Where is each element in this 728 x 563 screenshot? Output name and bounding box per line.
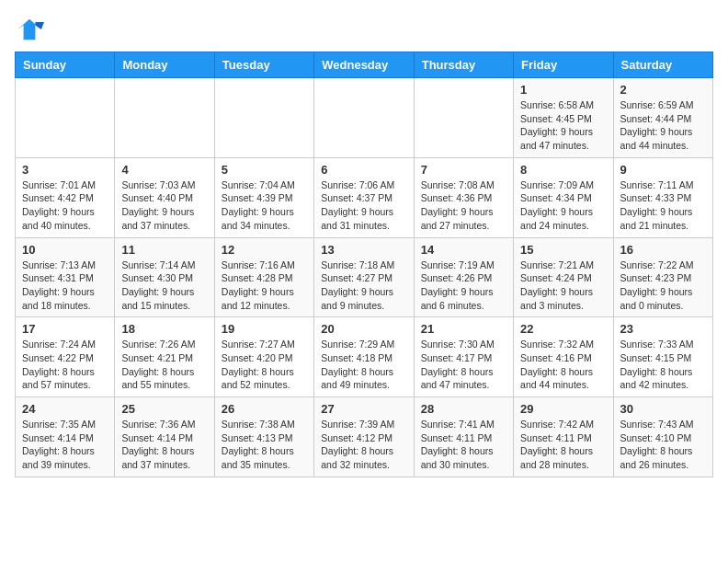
day-info: Sunrise: 7:35 AM Sunset: 4:14 PM Dayligh… <box>22 418 108 472</box>
calendar-day-cell <box>314 78 414 158</box>
day-number: 2 <box>620 83 706 97</box>
calendar-day-cell: 24Sunrise: 7:35 AM Sunset: 4:14 PM Dayli… <box>16 397 115 477</box>
calendar-day-cell <box>16 78 115 158</box>
calendar-day-cell: 28Sunrise: 7:41 AM Sunset: 4:11 PM Dayli… <box>414 397 513 477</box>
calendar-day-cell: 16Sunrise: 7:22 AM Sunset: 4:23 PM Dayli… <box>613 237 712 317</box>
day-of-week-header: Wednesday <box>314 52 414 78</box>
day-info: Sunrise: 7:14 AM Sunset: 4:30 PM Dayligh… <box>121 259 207 313</box>
day-info: Sunrise: 7:21 AM Sunset: 4:24 PM Dayligh… <box>520 259 606 313</box>
calendar-week-row: 10Sunrise: 7:13 AM Sunset: 4:31 PM Dayli… <box>16 237 713 317</box>
day-number: 10 <box>22 243 108 257</box>
day-info: Sunrise: 6:59 AM Sunset: 4:44 PM Dayligh… <box>620 98 706 153</box>
day-info: Sunrise: 7:26 AM Sunset: 4:21 PM Dayligh… <box>121 338 207 392</box>
calendar-day-cell: 17Sunrise: 7:24 AM Sunset: 4:22 PM Dayli… <box>16 317 115 397</box>
calendar-day-cell: 21Sunrise: 7:30 AM Sunset: 4:17 PM Dayli… <box>414 317 513 397</box>
calendar-day-cell: 8Sunrise: 7:09 AM Sunset: 4:34 PM Daylig… <box>514 157 613 237</box>
calendar-day-cell: 10Sunrise: 7:13 AM Sunset: 4:31 PM Dayli… <box>16 237 115 317</box>
calendar-day-cell: 26Sunrise: 7:38 AM Sunset: 4:13 PM Dayli… <box>214 397 313 477</box>
calendar-day-cell: 22Sunrise: 7:32 AM Sunset: 4:16 PM Dayli… <box>514 317 613 397</box>
day-number: 16 <box>620 243 706 257</box>
day-of-week-header: Saturday <box>613 52 712 78</box>
day-info: Sunrise: 7:09 AM Sunset: 4:34 PM Dayligh… <box>520 178 606 233</box>
calendar-day-cell: 30Sunrise: 7:43 AM Sunset: 4:10 PM Dayli… <box>613 397 712 477</box>
day-number: 27 <box>321 402 406 416</box>
page-header <box>15 15 713 44</box>
calendar-day-cell: 12Sunrise: 7:16 AM Sunset: 4:28 PM Dayli… <box>214 237 313 317</box>
day-number: 19 <box>222 322 307 336</box>
day-info: Sunrise: 7:08 AM Sunset: 4:36 PM Dayligh… <box>421 178 506 233</box>
calendar-day-cell: 11Sunrise: 7:14 AM Sunset: 4:30 PM Dayli… <box>115 237 214 317</box>
calendar-week-row: 24Sunrise: 7:35 AM Sunset: 4:14 PM Dayli… <box>16 397 713 477</box>
logo-icon <box>15 15 44 44</box>
day-number: 11 <box>121 243 207 257</box>
calendar-table: SundayMondayTuesdayWednesdayThursdayFrid… <box>15 52 713 477</box>
logo <box>15 15 48 44</box>
day-info: Sunrise: 7:16 AM Sunset: 4:28 PM Dayligh… <box>222 259 307 313</box>
day-info: Sunrise: 7:29 AM Sunset: 4:18 PM Dayligh… <box>321 338 406 392</box>
calendar-day-cell <box>115 78 214 158</box>
day-number: 28 <box>421 402 506 416</box>
day-number: 30 <box>620 402 706 416</box>
day-of-week-header: Monday <box>115 52 214 78</box>
day-number: 7 <box>421 163 506 177</box>
day-number: 5 <box>222 163 307 177</box>
calendar-day-cell: 9Sunrise: 7:11 AM Sunset: 4:33 PM Daylig… <box>613 157 712 237</box>
day-number: 20 <box>321 322 406 336</box>
calendar-week-row: 3Sunrise: 7:01 AM Sunset: 4:42 PM Daylig… <box>16 157 713 237</box>
day-number: 6 <box>321 163 406 177</box>
day-info: Sunrise: 7:04 AM Sunset: 4:39 PM Dayligh… <box>222 178 307 233</box>
day-of-week-header: Friday <box>514 52 613 78</box>
day-of-week-header: Thursday <box>414 52 513 78</box>
day-number: 8 <box>520 163 606 177</box>
day-info: Sunrise: 7:30 AM Sunset: 4:17 PM Dayligh… <box>421 338 506 392</box>
calendar-day-cell: 19Sunrise: 7:27 AM Sunset: 4:20 PM Dayli… <box>214 317 313 397</box>
day-info: Sunrise: 7:24 AM Sunset: 4:22 PM Dayligh… <box>22 338 108 392</box>
day-info: Sunrise: 7:06 AM Sunset: 4:37 PM Dayligh… <box>321 178 406 233</box>
calendar-week-row: 1Sunrise: 6:58 AM Sunset: 4:45 PM Daylig… <box>16 78 713 158</box>
day-info: Sunrise: 7:13 AM Sunset: 4:31 PM Dayligh… <box>22 259 108 313</box>
day-info: Sunrise: 7:33 AM Sunset: 4:15 PM Dayligh… <box>620 338 706 392</box>
day-number: 14 <box>421 243 506 257</box>
day-number: 13 <box>321 243 406 257</box>
day-info: Sunrise: 7:38 AM Sunset: 4:13 PM Dayligh… <box>222 418 307 472</box>
calendar-day-cell: 7Sunrise: 7:08 AM Sunset: 4:36 PM Daylig… <box>414 157 513 237</box>
day-info: Sunrise: 7:19 AM Sunset: 4:26 PM Dayligh… <box>421 259 506 313</box>
day-number: 25 <box>121 402 207 416</box>
calendar-day-cell: 2Sunrise: 6:59 AM Sunset: 4:44 PM Daylig… <box>613 78 712 158</box>
day-info: Sunrise: 7:43 AM Sunset: 4:10 PM Dayligh… <box>620 418 706 472</box>
day-of-week-header: Sunday <box>16 52 115 78</box>
calendar-day-cell: 27Sunrise: 7:39 AM Sunset: 4:12 PM Dayli… <box>314 397 414 477</box>
day-number: 23 <box>620 322 706 336</box>
day-number: 24 <box>22 402 108 416</box>
calendar-day-cell: 6Sunrise: 7:06 AM Sunset: 4:37 PM Daylig… <box>314 157 414 237</box>
day-number: 4 <box>121 163 207 177</box>
day-number: 22 <box>520 322 606 336</box>
day-info: Sunrise: 7:42 AM Sunset: 4:11 PM Dayligh… <box>520 418 606 472</box>
calendar-day-cell: 23Sunrise: 7:33 AM Sunset: 4:15 PM Dayli… <box>613 317 712 397</box>
day-info: Sunrise: 7:11 AM Sunset: 4:33 PM Dayligh… <box>620 178 706 233</box>
calendar-day-cell: 20Sunrise: 7:29 AM Sunset: 4:18 PM Dayli… <box>314 317 414 397</box>
calendar-day-cell: 25Sunrise: 7:36 AM Sunset: 4:14 PM Dayli… <box>115 397 214 477</box>
calendar-day-cell: 14Sunrise: 7:19 AM Sunset: 4:26 PM Dayli… <box>414 237 513 317</box>
calendar-header-row: SundayMondayTuesdayWednesdayThursdayFrid… <box>16 52 713 78</box>
calendar-day-cell: 15Sunrise: 7:21 AM Sunset: 4:24 PM Dayli… <box>514 237 613 317</box>
day-number: 12 <box>222 243 307 257</box>
day-info: Sunrise: 7:41 AM Sunset: 4:11 PM Dayligh… <box>421 418 506 472</box>
calendar-day-cell: 3Sunrise: 7:01 AM Sunset: 4:42 PM Daylig… <box>16 157 115 237</box>
day-info: Sunrise: 7:18 AM Sunset: 4:27 PM Dayligh… <box>321 259 406 313</box>
calendar-day-cell: 1Sunrise: 6:58 AM Sunset: 4:45 PM Daylig… <box>514 78 613 158</box>
day-number: 9 <box>620 163 706 177</box>
day-number: 18 <box>121 322 207 336</box>
day-number: 17 <box>22 322 108 336</box>
calendar-day-cell: 29Sunrise: 7:42 AM Sunset: 4:11 PM Dayli… <box>514 397 613 477</box>
calendar-day-cell <box>414 78 513 158</box>
day-number: 26 <box>222 402 307 416</box>
day-info: Sunrise: 7:36 AM Sunset: 4:14 PM Dayligh… <box>121 418 207 472</box>
day-info: Sunrise: 7:39 AM Sunset: 4:12 PM Dayligh… <box>321 418 406 472</box>
day-info: Sunrise: 7:27 AM Sunset: 4:20 PM Dayligh… <box>222 338 307 392</box>
calendar-week-row: 17Sunrise: 7:24 AM Sunset: 4:22 PM Dayli… <box>16 317 713 397</box>
calendar-day-cell: 18Sunrise: 7:26 AM Sunset: 4:21 PM Dayli… <box>115 317 214 397</box>
day-number: 29 <box>520 402 606 416</box>
day-info: Sunrise: 7:22 AM Sunset: 4:23 PM Dayligh… <box>620 259 706 313</box>
calendar-day-cell <box>214 78 313 158</box>
